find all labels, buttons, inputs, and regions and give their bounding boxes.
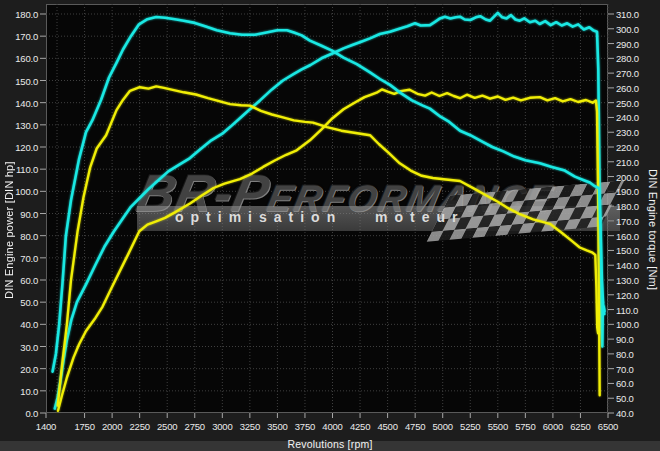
left-axis-tick-label: 120.0 <box>15 142 38 153</box>
left-axis-tick-label: 110.0 <box>16 164 38 175</box>
right-axis-tick-label: 190.0 <box>616 186 639 197</box>
left-axis-tick-label: 40.0 <box>20 319 38 330</box>
left-axis-tick-label: 180.0 <box>15 9 38 20</box>
left-axis-tick-label: 130.0 <box>15 120 38 131</box>
left-axis-tick-label: 100.0 <box>15 186 38 197</box>
left-axis-tick-label: 30.0 <box>20 342 38 353</box>
right-axis-tick-label: 40.0 <box>616 408 634 419</box>
right-axis-tick-label: 80.0 <box>616 349 634 360</box>
left-axis-tick-label: 20.0 <box>20 364 38 375</box>
right-axis-tick-label: 50.0 <box>616 393 634 404</box>
x-axis-tick-label: 6250 <box>570 421 590 432</box>
x-axis-tick-label: 2250 <box>129 421 149 432</box>
left-axis-tick-label: 140.0 <box>15 98 38 109</box>
x-axis-tick-label: 5750 <box>515 421 535 432</box>
left-axis-tick-label: 60.0 <box>20 275 38 286</box>
right-axis-tick-label: 140.0 <box>616 260 639 271</box>
y-axis-title-torque: DIN Engine torque [Nm] <box>646 90 660 370</box>
x-axis-tick-label: 2500 <box>157 421 177 432</box>
left-axis-tick-label: 0.0 <box>25 408 38 419</box>
right-axis-tick-label: 160.0 <box>616 231 639 242</box>
x-axis-tick-label: 1750 <box>74 421 94 432</box>
right-axis-tick-label: 220.0 <box>616 142 639 153</box>
x-axis-tick-label: 5250 <box>460 421 480 432</box>
right-axis-tick-label: 70.0 <box>616 364 634 375</box>
watermark: BR-PERFORMANCE optimisation moteur <box>0 0 660 451</box>
x-axis-tick-label: 4250 <box>350 421 370 432</box>
y-axis-title-power: DIN Engine power [DIN hp] <box>1 40 17 420</box>
x-axis-tick-label: 5500 <box>488 421 508 432</box>
right-axis-tick-label: 120.0 <box>616 290 639 301</box>
x-axis-tick-label: 2750 <box>185 421 205 432</box>
right-axis-tick-label: 230.0 <box>616 127 639 138</box>
right-axis-tick-label: 270.0 <box>616 68 639 79</box>
right-axis-tick-label: 240.0 <box>616 112 639 123</box>
right-axis-tick-label: 200.0 <box>616 172 639 183</box>
dyno-chart: BR-PERFORMANCE optimisation moteur 0.010… <box>0 0 660 451</box>
x-axis-tick-label: 3000 <box>212 421 232 432</box>
right-axis-tick-label: 130.0 <box>616 275 639 286</box>
left-axis-tick-label: 160.0 <box>15 53 38 64</box>
left-axis-tick-label: 50.0 <box>20 297 38 308</box>
left-axis-tick-label: 170.0 <box>15 31 38 42</box>
x-axis-tick-label: 3250 <box>240 421 260 432</box>
watermark-subtitle: optimisation moteur <box>175 209 465 225</box>
right-axis-tick-label: 110.0 <box>616 305 638 316</box>
right-axis-tick-label: 210.0 <box>616 157 639 168</box>
right-axis-tick-label: 260.0 <box>616 83 639 94</box>
x-axis-tick-label: 4000 <box>322 421 342 432</box>
right-axis-tick-label: 150.0 <box>616 245 639 256</box>
left-axis-tick-label: 70.0 <box>20 253 38 264</box>
left-axis-tick-label: 10.0 <box>20 386 38 397</box>
right-axis-tick-label: 60.0 <box>616 378 634 389</box>
left-axis-tick-label: 150.0 <box>15 76 38 87</box>
x-axis-tick-label: 6000 <box>543 421 563 432</box>
x-axis-tick-label: 6500 <box>598 421 618 432</box>
x-axis-title: Revolutions [rpm] <box>0 438 660 450</box>
x-axis-tick-label: 3500 <box>267 421 287 432</box>
right-axis-tick-label: 290.0 <box>616 39 639 50</box>
right-axis-tick-label: 250.0 <box>616 98 639 109</box>
right-axis-tick-label: 280.0 <box>616 53 639 64</box>
right-axis-tick-label: 100.0 <box>616 319 639 330</box>
x-axis-tick-label: 4500 <box>377 421 397 432</box>
x-axis-tick-label: 3750 <box>295 421 315 432</box>
right-axis-tick-label: 90.0 <box>616 334 634 345</box>
right-axis-tick-label: 170.0 <box>616 216 639 227</box>
x-axis-tick-label: 4750 <box>405 421 425 432</box>
right-axis-tick-label: 180.0 <box>616 201 639 212</box>
x-axis-tick-label: 2000 <box>102 421 122 432</box>
left-axis-tick-label: 90.0 <box>20 209 38 220</box>
left-axis-tick-label: 80.0 <box>20 231 38 242</box>
x-axis-tick-label: 1400 <box>36 421 56 432</box>
x-axis-tick-label: 5000 <box>433 421 453 432</box>
right-axis-tick-label: 310.0 <box>616 9 639 20</box>
right-axis-tick-label: 300.0 <box>616 24 639 35</box>
